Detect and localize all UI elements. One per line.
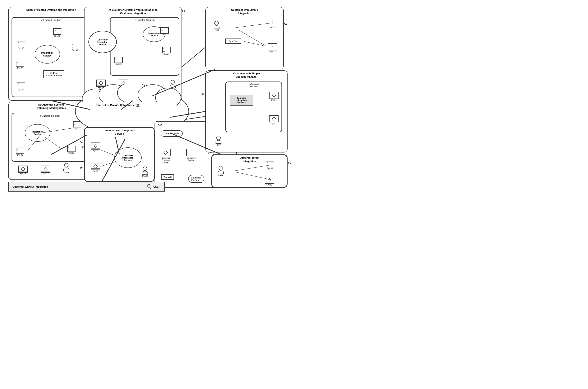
customer-without-integration-bar: Customer without Integration USER: [8, 182, 165, 192]
aci-sys3-label: Sys #3: [114, 63, 123, 65]
supplier-sys1-group: ≡—— Sys #1: [71, 43, 79, 51]
supplier-sysn-group: ≡—— Sys #n: [17, 82, 25, 91]
cis-user-label: USER: [142, 175, 148, 177]
drop-box: Drop Box: [225, 38, 241, 44]
simple-message-manager-box: Customer with SimpleMessage Manager 58 e…: [205, 70, 287, 153]
supplier-e-enabled-label: e-Enabled Solution: [12, 18, 90, 22]
supplier-sys4-group: ≡—— Sys #4: [16, 61, 24, 69]
cd-user: USER: [218, 166, 224, 177]
customer-direct-number: 60: [288, 161, 291, 164]
aci2-user: USER: [63, 163, 69, 174]
aci2-integration-service: IntegrationService: [25, 124, 50, 142]
smm-number: 58: [202, 92, 205, 96]
simple-integration-title: Customer with SimpleIntegration: [206, 7, 283, 16]
cis-sys1-group: Sys#1: [91, 142, 100, 152]
aci2-sys2-bottom-group: Sys #2: [41, 165, 50, 175]
si-sys2-group: ≡— Sys #2: [268, 43, 277, 53]
at-customer-e-enabled: e-Enabled Solution IntegrationService ≡—…: [110, 17, 179, 76]
smm-user: USER: [215, 136, 221, 146]
supplier-sys2-label: Sys #2: [53, 35, 61, 37]
cd-sys2-label: Sys #2: [265, 184, 274, 186]
simple-integration-number: 56: [284, 23, 287, 26]
supplier-sys3-icon: ≡——: [17, 41, 25, 47]
si-sys1-label: Sys #1: [268, 26, 277, 28]
aci2-sys1-bottom-label: Sys #1: [18, 173, 28, 175]
number-64: 64: [80, 141, 83, 144]
at-customer-integration-title: At Customer Systems with Integration toC…: [84, 7, 181, 16]
smm-sys1-icon: [269, 92, 278, 99]
cis-user: USER: [142, 166, 148, 177]
svg-line-44: [101, 162, 114, 166]
aci2-sys3-group: ≡—— Sys #3: [16, 148, 24, 156]
aci2-sys2-bottom-label: Sys #2: [41, 173, 50, 175]
cis-sys1-icon: [91, 142, 100, 150]
svg-line-31: [238, 30, 266, 46]
aci2-sys3-label: Sys #3: [16, 154, 24, 156]
supplier-sys1-label: Sys #1: [71, 49, 79, 51]
supplier-title: Supplier Hosted Systems and Integration: [9, 7, 94, 12]
aci-sys1-label: Sys #1: [160, 34, 169, 36]
smm-sys1-label: Sys#1: [269, 99, 278, 101]
simple-integration-user-label: USER: [214, 29, 219, 32]
aci2-sys2-bottom-icon: [41, 165, 50, 173]
supplier-sys1-icon: ≡——: [71, 43, 79, 49]
smm-title: Customer with SimpleMessage Manager: [206, 71, 287, 79]
aci2-sys1-bottom-group: Sys #1: [18, 165, 28, 175]
cis-sys2-label: Sys#2: [91, 170, 100, 172]
si-sys2-icon: ≡—: [268, 43, 277, 50]
svg-point-47: [147, 184, 150, 187]
aci2-sys2-label: Sys #2: [67, 152, 75, 154]
main-diagram: Supplier Hosted Systems and Integration …: [0, 0, 294, 194]
customer-direct-box: Customer DirectIntegration 60 USER ≡—— S…: [211, 154, 287, 188]
supplier-sysn-icon: ≡——: [17, 82, 25, 88]
cwi-user-icon: [146, 184, 152, 190]
cd-user-label: USER: [218, 174, 224, 177]
cd-sys2-group: Sys #2: [265, 177, 274, 186]
aci-sys2-label: Sys #2: [162, 53, 171, 55]
e-enabled-system-label: e-EnabledSystem: [186, 157, 196, 162]
supplier-sys2-icon: ≡: [53, 28, 61, 34]
aci-sys2-group: ≡—— Sys #2: [162, 47, 171, 55]
customer-integration-service-title: Customer with IntegrationService: [85, 128, 154, 136]
aci-sys3-group: ≡—— Sys #3: [114, 57, 123, 65]
supplier-sys4-label: Sys #4: [16, 67, 24, 69]
customer-without-integration-label: Customer without Integration: [12, 185, 48, 188]
cis-customer-integration-ellipse: CustomerIntegrationService: [114, 147, 142, 168]
si-sys1-group: ≡— Sys #1: [268, 19, 277, 28]
smm-e-enabled: e-EnabledSolution hardwareintegrationapp…: [225, 82, 282, 132]
aci2-user-label: USER: [64, 171, 69, 174]
svg-line-30: [235, 23, 272, 28]
cis-sys1-label: Sys#1: [91, 150, 100, 152]
aci-sys1-group: ≡—— Sys #1: [160, 27, 169, 36]
simple-integration-user: USER: [214, 21, 219, 32]
customer-direct-title: Customer DirectIntegration: [212, 155, 287, 164]
at-customer-integration-number: 54: [182, 9, 185, 12]
smm-sys2-group: Sys#2: [269, 115, 278, 125]
cd-sys2-icon: [265, 177, 274, 184]
cd-sys1-icon: ≡——: [266, 161, 274, 167]
e-enabled-platform: e-EnabledPlatform: [188, 175, 204, 183]
ground-option: Ground Option: [161, 130, 183, 137]
supplier-sys4-icon: ≡——: [16, 61, 24, 67]
simple-integration-box: Customer with SimpleIntegration 56 USER …: [205, 7, 284, 69]
svg-line-32: [244, 41, 266, 46]
customer-business-system-icon: [161, 149, 171, 156]
cis-sys2-icon: [91, 163, 100, 170]
aci-sys2-icon: ≡——: [162, 47, 171, 53]
aci-sys1-icon: ≡——: [160, 27, 169, 34]
aci2-sys3-icon: ≡——: [16, 148, 24, 154]
supplier-sys3-label: Sys #3: [17, 47, 25, 49]
cis-number-62: 62: [81, 145, 84, 149]
at-customer-e-enabled-label: e-Enabled Solution: [110, 18, 179, 22]
cd-sys1-group: ≡—— Sys #1: [266, 161, 274, 169]
cd-sys1-label: Sys #1: [266, 167, 274, 169]
smm-sys2-label: Sys#2: [269, 122, 278, 125]
customer-integration-service-ellipse: CustomerIntegrationService: [88, 31, 117, 53]
aci-sys3-icon: ≡——: [114, 57, 123, 63]
network-label: Internet or Private IP Network 50: [96, 104, 139, 107]
si-sys2-label: Sys #2: [268, 50, 277, 53]
smm-e-enabled-label: e-EnabledSolution: [226, 82, 281, 88]
my-fleet-portal: My FleetCustomer Portal: [43, 70, 64, 78]
supplier-integration-service: IntegrationService: [35, 45, 60, 64]
e-enabled-system-icon: ≡——: [186, 149, 196, 156]
